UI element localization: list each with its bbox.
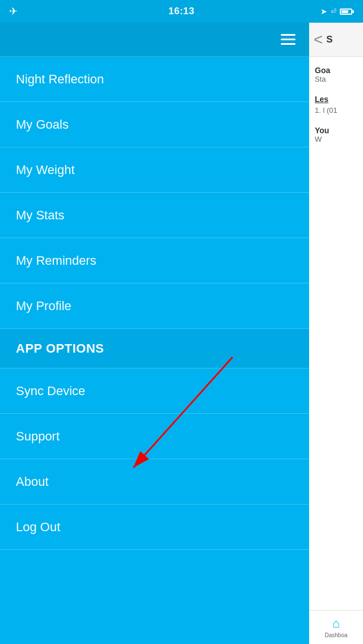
sidebar-header — [0, 23, 309, 57]
status-left: ✈ — [9, 5, 18, 18]
menu-item-about[interactable]: About — [0, 459, 309, 505]
right-panel: < S Goa Sta Les 1. l (01 You W ⌂ Dashboa — [309, 23, 363, 644]
status-bar: ✈ 16:13 ➤ ⏎ — [0, 0, 363, 23]
status-right: ➤ ⏎ — [320, 7, 354, 16]
right-label-3: You — [315, 126, 357, 135]
location-icon: ➤ — [320, 7, 327, 16]
right-content: Goa Sta Les 1. l (01 You W — [309, 57, 363, 610]
right-link-2[interactable]: Les — [315, 95, 357, 104]
dashboard-tab[interactable]: ⌂ Dashboa — [309, 610, 363, 644]
dashboard-icon: ⌂ — [332, 616, 340, 631]
main-layout: Night Reflection My Goals My Weight My S… — [0, 23, 363, 644]
dashboard-label: Dashboa — [324, 632, 347, 638]
battery-icon — [340, 9, 354, 15]
right-value-2: 1. l (01 — [315, 106, 357, 115]
menu-item-label: My Goals — [16, 117, 69, 132]
hamburger-line-3 — [281, 43, 296, 45]
menu-item-my-stats[interactable]: My Stats — [0, 193, 309, 238]
headphones-icon: ⏎ — [331, 7, 336, 15]
menu-item-label: My Reminders — [16, 253, 96, 268]
right-content-section-3: You W — [315, 126, 357, 143]
menu-item-my-goals[interactable]: My Goals — [0, 102, 309, 147]
menu-item-sync-device[interactable]: Sync Device — [0, 368, 309, 414]
back-button[interactable]: < — [314, 32, 323, 48]
hamburger-line-1 — [281, 34, 296, 36]
menu-item-label: Night Reflection — [16, 72, 104, 87]
menu-list: Night Reflection My Goals My Weight My S… — [0, 57, 309, 644]
status-time: 16:13 — [168, 6, 195, 17]
menu-item-my-reminders[interactable]: My Reminders — [0, 238, 309, 283]
menu-item-support[interactable]: Support — [0, 414, 309, 459]
menu-item-my-profile[interactable]: My Profile — [0, 283, 309, 329]
menu-item-label: Support — [16, 429, 60, 444]
hamburger-button[interactable] — [276, 29, 300, 49]
menu-item-night-reflection[interactable]: Night Reflection — [0, 57, 309, 102]
menu-item-label: About — [16, 474, 49, 489]
menu-item-label: My Profile — [16, 299, 71, 313]
menu-item-label: Sync Device — [16, 384, 85, 399]
right-label-1: Goa — [315, 66, 357, 75]
menu-item-my-weight[interactable]: My Weight — [0, 147, 309, 193]
airplane-icon: ✈ — [9, 5, 18, 18]
menu-item-log-out[interactable]: Log Out — [0, 505, 309, 550]
menu-item-label: My Stats — [16, 208, 65, 223]
hamburger-line-2 — [281, 39, 296, 40]
right-panel-title: S — [326, 34, 332, 45]
right-panel-header: < S — [309, 23, 363, 57]
menu-item-label: My Weight — [16, 163, 75, 177]
menu-item-label: Log Out — [16, 520, 60, 535]
section-header-app-options: APP OPTIONS — [0, 329, 309, 368]
right-content-section-2: Les 1. l (01 — [315, 95, 357, 115]
right-content-section-1: Goa Sta — [315, 66, 357, 83]
right-value-1: Sta — [315, 75, 357, 83]
sidebar: Night Reflection My Goals My Weight My S… — [0, 23, 309, 644]
section-header-label: APP OPTIONS — [16, 341, 104, 356]
right-value-3: W — [315, 135, 357, 143]
